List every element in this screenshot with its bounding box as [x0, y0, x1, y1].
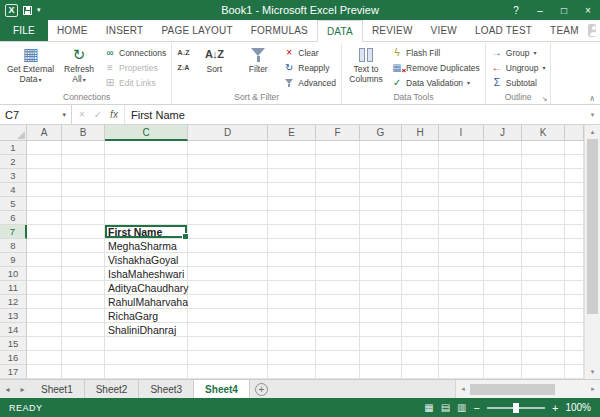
row-header-4[interactable]: 4	[0, 183, 27, 197]
cell-H12[interactable]	[402, 295, 439, 309]
row-header-3[interactable]: 3	[0, 169, 27, 183]
cell-E5[interactable]	[268, 197, 316, 211]
cell-D11[interactable]	[188, 281, 268, 295]
cell-K10[interactable]	[522, 267, 565, 281]
horizontal-scrollbar[interactable]: ◂ ▸	[455, 380, 600, 398]
cell-E15[interactable]	[268, 337, 316, 351]
scroll-right-icon[interactable]: ▸	[586, 380, 600, 398]
cell-x6[interactable]	[565, 211, 584, 225]
cell-x12[interactable]	[565, 295, 584, 309]
cell-A15[interactable]	[27, 337, 62, 351]
ribbon-tab-review[interactable]: REVIEW	[363, 20, 422, 41]
cell-F1[interactable]	[316, 141, 360, 155]
cell-H2[interactable]	[402, 155, 439, 169]
scroll-up-icon[interactable]: ▴	[585, 125, 600, 139]
cell-H3[interactable]	[402, 169, 439, 183]
vertical-scroll-thumb[interactable]	[587, 139, 598, 314]
cell-B11[interactable]	[62, 281, 105, 295]
cell-A3[interactable]	[27, 169, 62, 183]
sort-ascending-button[interactable]: A↓Z	[174, 45, 192, 60]
cell-B13[interactable]	[62, 309, 105, 323]
cell-D14[interactable]	[188, 323, 268, 337]
ribbon-tab-formulas[interactable]: FORMULAS	[242, 20, 317, 41]
cell-D8[interactable]	[188, 239, 268, 253]
cell-I7[interactable]	[439, 225, 484, 239]
advanced-button[interactable]: Advanced	[280, 75, 339, 90]
outline-dialog-launcher[interactable]: ↘	[542, 95, 548, 102]
ribbon-tab-home[interactable]: HOME	[48, 20, 97, 41]
cell-G12[interactable]	[360, 295, 402, 309]
cell-C12[interactable]: RahulMaharvaha	[105, 295, 188, 309]
user-account[interactable]: Megha Goel ▾	[588, 20, 600, 41]
excel-app-icon[interactable]: X	[5, 4, 18, 17]
cell-K8[interactable]	[522, 239, 565, 253]
new-sheet-button[interactable]: +	[255, 383, 268, 396]
cell-A11[interactable]	[27, 281, 62, 295]
cell-E2[interactable]	[268, 155, 316, 169]
cell-G16[interactable]	[360, 351, 402, 365]
cell-J8[interactable]	[484, 239, 522, 253]
cell-A9[interactable]	[27, 253, 62, 267]
cell-A13[interactable]	[27, 309, 62, 323]
remove-duplicates-button[interactable]: ▦× Remove Duplicates	[388, 60, 483, 75]
cell-x9[interactable]	[565, 253, 584, 267]
cell-D3[interactable]	[188, 169, 268, 183]
zoom-slider-thumb[interactable]	[513, 403, 519, 413]
filter-button[interactable]: Filter	[236, 43, 280, 90]
zoom-out-button[interactable]: −	[474, 402, 480, 414]
cell-A1[interactable]	[27, 141, 62, 155]
cell-F17[interactable]	[316, 365, 360, 379]
cell-D7[interactable]	[188, 225, 268, 239]
name-box-dropdown-icon[interactable]: ▾	[62, 111, 66, 119]
cell-A6[interactable]	[27, 211, 62, 225]
column-header-I[interactable]: I	[439, 125, 484, 141]
cell-B5[interactable]	[62, 197, 105, 211]
close-button[interactable]: ×	[576, 0, 600, 20]
cell-K7[interactable]	[522, 225, 565, 239]
cell-B10[interactable]	[62, 267, 105, 281]
cell-B9[interactable]	[62, 253, 105, 267]
cell-C8[interactable]: MeghaSharma	[105, 239, 188, 253]
column-header-J[interactable]: J	[484, 125, 522, 141]
cell-I13[interactable]	[439, 309, 484, 323]
cell-C4[interactable]	[105, 183, 188, 197]
cell-C15[interactable]	[105, 337, 188, 351]
cell-A10[interactable]	[27, 267, 62, 281]
cell-x13[interactable]	[565, 309, 584, 323]
column-header-G[interactable]: G	[360, 125, 402, 141]
column-header-D[interactable]: D	[188, 125, 268, 141]
cell-G1[interactable]	[360, 141, 402, 155]
column-header-C[interactable]: C	[105, 125, 188, 141]
cell-I5[interactable]	[439, 197, 484, 211]
cell-F7[interactable]	[316, 225, 360, 239]
sheet-tab-sheet1[interactable]: Sheet1	[30, 380, 85, 398]
customize-qat-button[interactable]: ▾	[37, 6, 41, 14]
sheet-tab-sheet4[interactable]: Sheet4	[194, 380, 250, 398]
cell-E10[interactable]	[268, 267, 316, 281]
cell-G2[interactable]	[360, 155, 402, 169]
cell-J6[interactable]	[484, 211, 522, 225]
zoom-in-button[interactable]: +	[552, 402, 558, 414]
cell-D12[interactable]	[188, 295, 268, 309]
refresh-all-button[interactable]: ↻ Refresh All▾	[57, 43, 101, 90]
cell-B1[interactable]	[62, 141, 105, 155]
cell-D2[interactable]	[188, 155, 268, 169]
cell-x4[interactable]	[565, 183, 584, 197]
ribbon-tab-view[interactable]: VIEW	[422, 20, 466, 41]
cell-I16[interactable]	[439, 351, 484, 365]
cell-B12[interactable]	[62, 295, 105, 309]
cell-K13[interactable]	[522, 309, 565, 323]
cell-G10[interactable]	[360, 267, 402, 281]
cell-G14[interactable]	[360, 323, 402, 337]
cell-B7[interactable]	[62, 225, 105, 239]
cell-I1[interactable]	[439, 141, 484, 155]
cell-C11[interactable]: AdityaChaudhary	[105, 281, 188, 295]
row-header-1[interactable]: 1	[0, 141, 27, 155]
cell-I17[interactable]	[439, 365, 484, 379]
cell-x1[interactable]	[565, 141, 584, 155]
cell-J10[interactable]	[484, 267, 522, 281]
cell-E6[interactable]	[268, 211, 316, 225]
properties-button[interactable]: ≡ Properties	[101, 60, 169, 75]
cell-D17[interactable]	[188, 365, 268, 379]
cell-F8[interactable]	[316, 239, 360, 253]
